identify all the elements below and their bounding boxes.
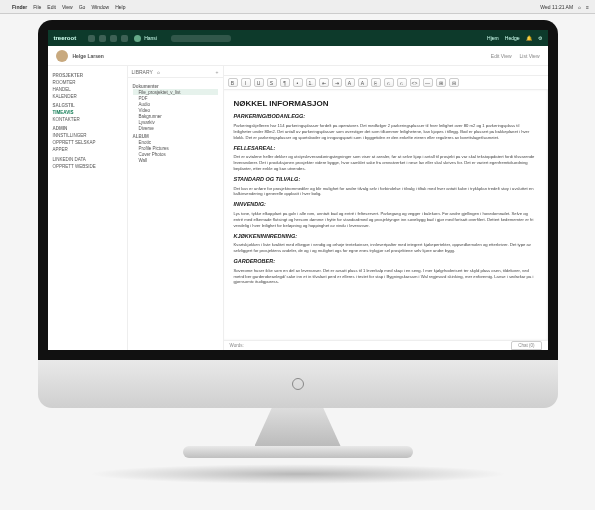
menu-view[interactable]: View <box>62 4 73 10</box>
library-panel: LIBRARY ⌕ + Dokumenter File_prosjektet_v… <box>128 66 224 350</box>
tb-italic[interactable]: I <box>241 78 251 87</box>
tb-undo[interactable]: ⎌ <box>384 78 394 87</box>
tb-redo[interactable]: ⎌ <box>397 78 407 87</box>
nav-icon-3[interactable] <box>110 35 117 42</box>
view-tabs: Edit View List View <box>491 53 540 59</box>
tab-list-view[interactable]: List View <box>520 53 540 59</box>
status-bar: Words: Chat (0) <box>224 340 548 350</box>
menu-file[interactable]: File <box>33 4 41 10</box>
left-sidebar: PROSJEKTER ROOMTER HANDEL KALENDER SALGS… <box>48 66 128 350</box>
menu-help[interactable]: Help <box>115 4 125 10</box>
tb-bold[interactable]: B <box>228 78 238 87</box>
tb-ul[interactable]: • <box>293 78 303 87</box>
bell-icon[interactable]: 🔔 <box>526 35 532 41</box>
nav-icon-4[interactable] <box>121 35 128 42</box>
tree-node-diverse[interactable]: Diverse <box>133 125 218 131</box>
sidebar-item-handel[interactable]: HANDEL <box>53 86 122 93</box>
library-title: LIBRARY <box>132 69 153 75</box>
tb-font[interactable]: A <box>345 78 355 87</box>
doc-h-kjokken: KJØKKENINNREDNING: <box>234 233 538 241</box>
breadcrumb <box>224 66 548 76</box>
nav-icon-2[interactable] <box>99 35 106 42</box>
tb-size[interactable]: A <box>358 78 368 87</box>
topbar-icon-group <box>88 35 128 42</box>
editor-column: B I U S ¶ • 1. ⇤ ⇥ A A ⎘ ⎌ ⎌ <> <box>224 66 548 350</box>
doc-title: NØKKEL INFORMASJON <box>234 98 538 109</box>
app-window: treeroot Hansi Hjem Hedge 🔔 ⚙ <box>48 30 548 350</box>
doc-h-felles: FELLESAREAL: <box>234 145 538 153</box>
topbar-search-input[interactable] <box>171 35 231 42</box>
imac-shadow <box>88 464 508 484</box>
library-header: LIBRARY ⌕ + <box>128 66 223 78</box>
topbar-link-home[interactable]: Hjem <box>487 35 499 41</box>
doc-h-parkering: PARKERING/BODANLEGG: <box>234 113 538 121</box>
tb-hr[interactable]: — <box>423 78 433 87</box>
document-editor[interactable]: NØKKEL INFORMASJON PARKERING/BODANLEGG: … <box>224 90 548 340</box>
doc-h-standard: STANDARD OG TILVALG: <box>234 176 538 184</box>
editor-toolbar: B I U S ¶ • 1. ⇤ ⇥ A A ⎘ ⎌ ⎌ <> <box>224 76 548 90</box>
sidebar-item-roomter[interactable]: ROOMTER <box>53 79 122 86</box>
doc-p-innvendig: Lys tone, tykke elkopplant på gulv i all… <box>234 211 538 229</box>
sidebar-item-kalender[interactable]: KALENDER <box>53 93 122 100</box>
library-add-button[interactable]: + <box>216 69 219 75</box>
sub-header: Helge Larsen Edit View List View <box>48 46 548 66</box>
tab-edit-view[interactable]: Edit View <box>491 53 512 59</box>
imac-stand-neck <box>255 408 341 446</box>
menu-list-icon[interactable]: ≡ <box>586 4 589 10</box>
topbar-link-hedge[interactable]: Hedge <box>505 35 520 41</box>
sidebar-item-opprett-webside[interactable]: OPPRETT WEBSIDE <box>53 163 122 170</box>
spotlight-icon[interactable]: ⌕ <box>578 4 581 10</box>
imac-stand-foot <box>183 446 413 458</box>
profile-name: Helge Larsen <box>73 53 104 59</box>
doc-p-standard: Det kan er anføre for prosjektrommediler… <box>234 186 538 198</box>
menu-window[interactable]: Window <box>91 4 109 10</box>
sidebar-item-timeavis[interactable]: TIMEAVIS <box>53 109 122 116</box>
doc-p-parkering: Parkeringskjelleren har 114 parkeringspl… <box>234 123 538 141</box>
app-name[interactable]: Finder <box>12 4 27 10</box>
workarea: PROSJEKTER ROOMTER HANDEL KALENDER SALGS… <box>48 66 548 350</box>
mac-menubar: Finder File Edit View Go Window Help Wed… <box>0 0 595 14</box>
sidebar-section-2: SALGSTIL <box>53 103 122 108</box>
profile-avatar[interactable] <box>56 50 68 62</box>
doc-h-garderober: GARDEROBER: <box>234 258 538 266</box>
chat-tab[interactable]: Chat (0) <box>511 341 541 350</box>
menubar-clock: Wed 11:21 AM <box>540 4 573 10</box>
sidebar-item-linkedin[interactable]: LINKEDIN DATA <box>53 156 122 163</box>
sidebar-item-innstillinger[interactable]: INNSTILLINGER <box>53 132 122 139</box>
sidebar-item-apper[interactable]: APPER <box>53 146 122 153</box>
tb-ol[interactable]: 1. <box>306 78 316 87</box>
imac-frame: treeroot Hansi Hjem Hedge 🔔 ⚙ <box>38 20 558 484</box>
topbar-user-name: Hansi <box>144 35 157 41</box>
sidebar-section-3: ADMIN <box>53 126 122 131</box>
nav-icon-1[interactable] <box>88 35 95 42</box>
tb-outdent[interactable]: ⇤ <box>319 78 329 87</box>
user-avatar-icon <box>134 35 141 42</box>
menu-go[interactable]: Go <box>79 4 86 10</box>
library-tree: Dokumenter File_prosjektet_v_list PDF Au… <box>128 78 223 350</box>
tb-full[interactable]: ⊟ <box>449 78 459 87</box>
sidebar-item-kontakter[interactable]: KONTAKTER <box>53 116 122 123</box>
tb-paragraph[interactable]: ¶ <box>280 78 290 87</box>
tb-underline[interactable]: U <box>254 78 264 87</box>
imac-chin <box>38 360 558 408</box>
doc-p-kjokken: Kvartskjøkken i liste kvalitet med elkeg… <box>234 242 538 254</box>
gear-icon[interactable]: ⚙ <box>538 35 542 41</box>
tb-table[interactable]: ⊞ <box>436 78 446 87</box>
tb-strike[interactable]: S <box>267 78 277 87</box>
sidebar-section-1: PROSJEKTER <box>53 73 122 78</box>
brand-logo[interactable]: treeroot <box>54 35 77 41</box>
library-search-icon[interactable]: ⌕ <box>157 69 160 75</box>
status-info: Words: <box>230 343 244 348</box>
doc-p-garderober: Soverome huser ikke som en del av levera… <box>234 268 538 286</box>
app-topbar: treeroot Hansi Hjem Hedge 🔔 ⚙ <box>48 30 548 46</box>
tb-link[interactable]: ⎘ <box>371 78 381 87</box>
menu-edit[interactable]: Edit <box>47 4 56 10</box>
sidebar-item-opprett-selskap[interactable]: OPPRETT SELSKAP <box>53 139 122 146</box>
topbar-user[interactable]: Hansi <box>134 35 157 42</box>
tree-node-wall[interactable]: Wall <box>133 157 218 163</box>
doc-h-innvendig: INNVENDIG: <box>234 201 538 209</box>
tb-code[interactable]: <> <box>410 78 420 87</box>
tb-indent[interactable]: ⇥ <box>332 78 342 87</box>
imac-bezel: treeroot Hansi Hjem Hedge 🔔 ⚙ <box>38 20 558 360</box>
doc-p-felles: Det er avtalene heller dekker og utstyrs… <box>234 154 538 172</box>
